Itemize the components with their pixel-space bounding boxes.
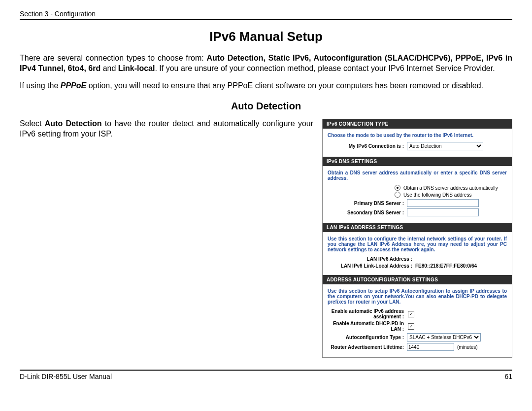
intro-paragraph: There are several connection types to ch… [20,53,512,74]
intro-lead: There are several connection types to ch… [20,54,206,62]
autodetect-paragraph: Select Auto Detection to have the router… [20,119,313,139]
radio-icon [395,192,400,198]
panel-header-dns: IPv6 DNS SETTINGS [323,157,512,166]
panel-header-lan: LAN IPv6 ADDRESS SETTINGS [323,223,512,232]
autodetect-lead: Select [20,119,45,128]
dns-radio-manual-label: Use the following DNS address [403,192,471,198]
enable-auto-label: Enable automatic IPv6 address assignment… [328,308,407,319]
dns-instr: Obtain a DNS server address automaticall… [328,170,507,181]
lan-addr-label: LAN IPv6 Address : [328,256,415,262]
pppoe-term: PPPoE [61,81,86,90]
conn-select[interactable]: Auto Detection [407,142,483,150]
conn-label: My IPv6 Connection is : [328,143,407,149]
intro-tail: . If you are unsure of your connection m… [155,64,495,72]
autoconf-type-label: Autoconfiguration Type : [328,335,407,340]
conn-instr: Choose the mode to be used by the router… [328,133,507,138]
intro-and: and [100,64,118,72]
enable-pd-checkbox[interactable] [408,323,414,330]
config-panel: IPv6 CONNECTION TYPE Choose the mode to … [322,119,512,358]
ra-lifetime-label: Router Advertisement Lifetime: [328,344,407,350]
pppoe-lead: If using the [20,81,61,90]
dns-primary-input[interactable] [407,199,479,207]
radio-icon [395,185,400,191]
ra-lifetime-input[interactable] [407,343,454,351]
panel-header-connection: IPv6 CONNECTION TYPE [323,119,512,129]
dns-radio-auto[interactable]: Obtain a DNS server address automaticall… [395,185,507,191]
panel-header-autoconf: ADDRESS AUTOCONFIGURATION SETTINGS [323,275,512,284]
dns-primary-label: Primary DNS Server : [328,201,407,206]
footer-page: 61 [504,373,512,380]
pppoe-paragraph: If using the PPPoE option, you will need… [20,81,512,91]
sub-title: Auto Detection [20,101,512,112]
enable-pd-label: Enable Automatic DHCP-PD in LAN : [328,321,407,332]
lan-instr: Use this section to configure the intern… [328,236,507,252]
dns-radio-manual[interactable]: Use the following DNS address [395,192,507,198]
dns-secondary-label: Secondary DNS Server : [328,210,407,215]
page-footer: D-Link DIR-855L User Manual 61 [20,370,512,380]
lan-link-label: LAN IPv6 Link-Local Address : [328,263,415,269]
enable-auto-checkbox[interactable] [408,311,414,317]
section-header: Section 3 - Configuration [20,10,512,20]
lan-link-value: FE80::218:E7FF:FE80:0/64 [415,263,477,269]
autoconf-instr: Use this section to setup IPv6 Autoconfi… [328,288,507,305]
autoconf-type-select[interactable]: SLAAC + Stateless DHCPv6 [407,333,481,342]
footer-left: D-Link DIR-855L User Manual [20,373,112,380]
dns-radio-auto-label: Obtain a DNS server address automaticall… [403,185,498,191]
page-title: IPv6 Manual Setup [20,29,512,44]
pppoe-tail: option, you will need to ensure that any… [86,81,483,90]
dns-secondary-input[interactable] [407,208,479,216]
ra-unit: (minutes) [457,344,478,350]
autodetect-term: Auto Detection [45,119,102,128]
intro-last: Link-local [118,64,155,72]
